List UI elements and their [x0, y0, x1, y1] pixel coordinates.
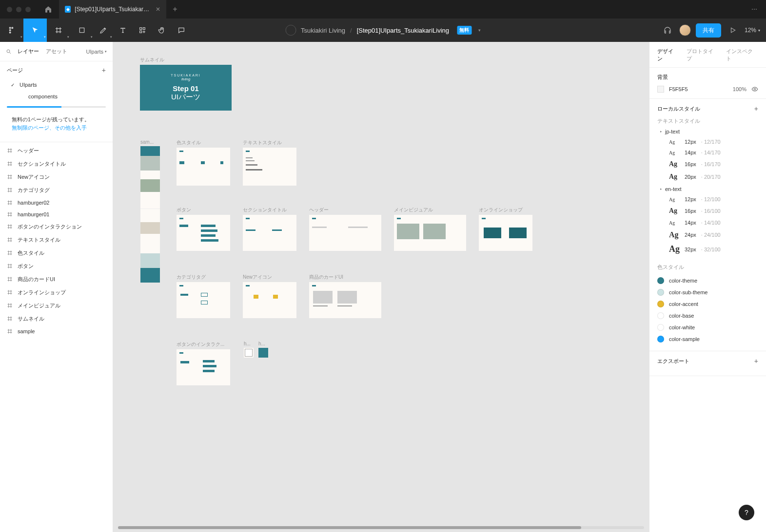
canvas-frame[interactable]: カテゴリタグ	[177, 274, 230, 318]
headphones-icon[interactable]	[661, 23, 674, 37]
resources-tool[interactable]	[133, 19, 152, 42]
layer-item[interactable]: sample	[0, 325, 113, 337]
layer-item[interactable]: サムネイル	[0, 312, 113, 325]
text-style-item[interactable]: Ag12px· 12/170	[660, 136, 758, 147]
close-tab-icon[interactable]: ✕	[156, 6, 160, 13]
layer-item[interactable]: 商品のカードUI	[0, 273, 113, 286]
horizontal-scrollbar[interactable]	[118, 526, 644, 529]
layer-item[interactable]: テキストスタイル	[0, 233, 113, 247]
color-style-item[interactable]: color-white	[657, 322, 758, 333]
chevron-down-icon: ▾	[67, 35, 69, 39]
text-style-group[interactable]: ▸jp-text	[660, 129, 758, 134]
layers-tab[interactable]: レイヤー	[18, 48, 39, 55]
layer-item[interactable]: hamburger02	[0, 197, 113, 209]
color-swatch[interactable]	[657, 86, 664, 93]
color-style-item[interactable]: color-accent	[657, 298, 758, 310]
prototype-tab[interactable]: プロトタイプ	[687, 48, 719, 62]
page-item[interactable]: components	[0, 91, 113, 102]
home-button[interactable]	[38, 0, 59, 19]
upgrade-link[interactable]: 無制限のページ、その他を入手	[12, 125, 87, 131]
file-tab[interactable]: ◆ [Step01]UIparts_TsukiakariLiving ✕	[59, 0, 166, 19]
bg-opacity-value[interactable]: 100%	[733, 86, 746, 92]
design-tab[interactable]: デザイン	[657, 48, 679, 62]
right-panel: デザイン プロトタイプ インスペクト 背景 F5F5F5 100% ローカルスタ…	[649, 42, 766, 532]
color-style-item[interactable]: color-sub-theme	[657, 286, 758, 298]
traffic-max[interactable]	[25, 7, 31, 12]
help-button[interactable]: ?	[739, 505, 754, 520]
background-row[interactable]: F5F5F5 100%	[657, 86, 758, 93]
visibility-toggle[interactable]	[751, 86, 758, 93]
text-style-item[interactable]: Ag16px· 16/170	[660, 158, 758, 171]
layer-item[interactable]: オンラインショップ	[0, 286, 113, 299]
layer-item[interactable]: ヘッダー	[0, 144, 113, 157]
text-style-item[interactable]: Ag24px· 24/100	[660, 228, 758, 242]
add-page-button[interactable]: +	[102, 66, 106, 74]
comment-tool[interactable]	[172, 19, 191, 42]
canvas-frame[interactable]: ヘッダー	[309, 207, 381, 251]
pen-tool[interactable]: ▾	[94, 19, 113, 42]
new-tab-button[interactable]: +	[166, 5, 184, 14]
page-item[interactable]: ✓UIparts	[0, 79, 113, 91]
layer-item[interactable]: Newアイコン	[0, 171, 113, 184]
layer-item[interactable]: 色スタイル	[0, 247, 113, 260]
text-tool[interactable]	[113, 19, 133, 42]
traffic-close[interactable]	[7, 7, 12, 12]
inspect-tab[interactable]: インスペクト	[726, 48, 758, 62]
color-style-item[interactable]: color-sample	[657, 333, 758, 345]
layer-item[interactable]: カテゴリタグ	[0, 184, 113, 197]
text-style-item[interactable]: Ag16px· 16/100	[660, 205, 758, 217]
titlebar-overflow-menu[interactable]: ⋯	[744, 6, 766, 13]
menu-button[interactable]: ▾	[0, 19, 23, 42]
breadcrumb-file[interactable]: [Step01]UIparts_TsukiakariLiving	[357, 27, 449, 34]
page-selector[interactable]: UIparts ▾	[86, 49, 107, 55]
section-title: エクスポート	[657, 358, 689, 365]
breadcrumb-team[interactable]: Tsukiakiri Living	[301, 27, 345, 34]
canvas-frame[interactable]: 色スタイル	[177, 139, 230, 186]
layer-item[interactable]: hamburger01	[0, 209, 113, 220]
canvas[interactable]: サムネイル TSUKIAKARI living Step 01 UIパーツ sa…	[113, 42, 649, 532]
canvas-frame[interactable]: h...	[244, 341, 254, 358]
text-style-item[interactable]: Ag14px· 14/170	[660, 147, 758, 158]
canvas-frame[interactable]: オンラインショップ	[479, 207, 532, 251]
canvas-frame[interactable]: メインビジュアル	[394, 207, 466, 251]
canvas-frame[interactable]: 商品のカードUI	[309, 274, 381, 318]
canvas-frame[interactable]: sam...	[140, 139, 160, 283]
color-style-item[interactable]: color-base	[657, 310, 758, 322]
canvas-frame[interactable]: h...	[258, 341, 268, 358]
breadcrumb-menu-chevron[interactable]: ▾	[478, 28, 481, 33]
svg-rect-7	[140, 31, 142, 33]
add-style-button[interactable]: +	[754, 105, 758, 113]
layer-item[interactable]: ボタン	[0, 260, 113, 273]
text-style-item[interactable]: Ag32px· 32/100	[660, 242, 758, 257]
layer-item[interactable]: メインビジュアル	[0, 299, 113, 312]
canvas-frame[interactable]: Newアイコン	[243, 274, 296, 318]
canvas-frame[interactable]: テキストスタイル	[243, 139, 296, 186]
canvas-frame[interactable]: セクションタイトル	[243, 207, 296, 251]
assets-tab[interactable]: アセット	[46, 48, 67, 55]
search-icon[interactable]	[6, 49, 12, 55]
zoom-menu[interactable]: 12% ▾	[745, 27, 760, 34]
shape-tool[interactable]: ▾	[70, 19, 94, 42]
bg-hex-value[interactable]: F5F5F5	[669, 86, 728, 92]
text-style-group[interactable]: ▸en-text	[660, 186, 758, 192]
frame-tool[interactable]: ▾	[47, 19, 70, 42]
text-style-item[interactable]: Ag12px· 12/100	[660, 194, 758, 205]
frame-thumbnail[interactable]: サムネイル TSUKIAKARI living Step 01 UIパーツ	[140, 57, 232, 111]
hand-tool[interactable]	[152, 19, 172, 42]
local-styles-section: ローカルスタイル + テキストスタイル ▸jp-textAg12px· 12/1…	[649, 99, 766, 351]
layer-item[interactable]: セクションタイトル	[0, 157, 113, 171]
pages-list: ✓UIpartscomponents	[0, 79, 113, 102]
canvas-frame[interactable]: ボタン	[177, 207, 230, 251]
user-avatar[interactable]	[679, 24, 691, 36]
share-button[interactable]: 共有	[696, 23, 721, 38]
color-style-item[interactable]: color-theme	[657, 275, 758, 286]
text-style-item[interactable]: Ag14px· 14/100	[660, 217, 758, 228]
traffic-min[interactable]	[16, 7, 21, 12]
move-tool[interactable]: ▾	[23, 19, 47, 42]
present-button[interactable]	[726, 23, 740, 37]
text-style-item[interactable]: Ag20px· 20/170	[660, 171, 758, 183]
layer-item[interactable]: ボタンのインタラクション	[0, 220, 113, 233]
team-avatar[interactable]	[285, 25, 296, 36]
canvas-frame[interactable]: ボタンのインタラク...	[177, 341, 230, 385]
add-export-button[interactable]: +	[754, 357, 758, 365]
